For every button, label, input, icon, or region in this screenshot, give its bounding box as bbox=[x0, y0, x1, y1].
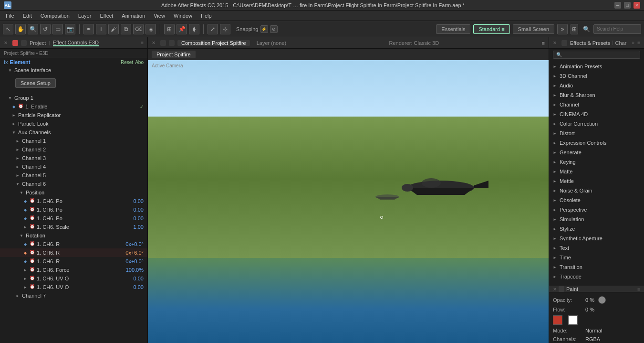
distort-category[interactable]: ► Distort bbox=[549, 129, 644, 138]
effects-search-input[interactable] bbox=[562, 52, 637, 57]
channel1-item[interactable]: ►Channel 1 bbox=[0, 137, 147, 145]
ch6-scale-item[interactable]: ► ⏰ 1. CH6. Scale 1.00 bbox=[0, 223, 147, 231]
camera-tool[interactable]: 📷 bbox=[65, 24, 75, 34]
keying-category[interactable]: ► Keying bbox=[549, 157, 644, 167]
synthetic-aperture-category[interactable]: ► Synthetic Aperture bbox=[549, 234, 644, 243]
shape-tool[interactable]: ▭ bbox=[52, 24, 63, 34]
scene-setup-btn[interactable]: Scene Setup bbox=[15, 78, 56, 88]
opacity-slider[interactable] bbox=[598, 296, 606, 304]
small-screen-workspace[interactable]: Small Screen bbox=[513, 24, 554, 34]
menu-composition[interactable]: Composition bbox=[37, 12, 73, 20]
simulation-category[interactable]: ► Simulation bbox=[549, 214, 644, 224]
ch6-pos1-item[interactable]: ◆ ⏰ 1. CH6. Po 0.00 bbox=[0, 197, 147, 205]
effects-close-btn[interactable]: ✕ bbox=[553, 40, 557, 45]
particle-look-item[interactable]: ► Particle Look bbox=[0, 119, 147, 128]
paint-panel-menu[interactable]: ≡ bbox=[637, 287, 640, 292]
blur-sharpen-category[interactable]: ► Blur & Sharpen bbox=[549, 90, 644, 100]
zoom-tool[interactable]: 🔍 bbox=[28, 24, 38, 34]
effect-controls-tab[interactable]: Effect Controls E3D bbox=[53, 40, 99, 46]
menu-edit[interactable]: Edit bbox=[19, 12, 36, 20]
menu-layer[interactable]: Layer bbox=[74, 12, 95, 20]
color-correction-category[interactable]: ► Color Correction bbox=[549, 119, 644, 129]
essentials-workspace[interactable]: Essentials bbox=[436, 24, 470, 34]
workspace-search[interactable]: ⊞ bbox=[571, 24, 578, 34]
help-search-input[interactable] bbox=[593, 24, 641, 34]
time-category[interactable]: ► Time bbox=[549, 253, 644, 262]
expression-controls-category[interactable]: ► Expression Controls bbox=[549, 138, 644, 148]
effects-presets-tab[interactable]: Effects & Presets bbox=[570, 40, 610, 46]
puppet-tool[interactable]: ◈ bbox=[145, 24, 156, 34]
panel-close-btn[interactable]: ✕ bbox=[4, 40, 8, 45]
effects-panel-menu[interactable]: ≡ bbox=[637, 40, 640, 45]
channel4-item[interactable]: ►Channel 4 bbox=[0, 162, 147, 171]
noise-grain-category[interactable]: ► Noise & Grain bbox=[549, 186, 644, 195]
ch6-rot1-item[interactable]: ◆ ⏰ 1. CH6. R 0x+0.0° bbox=[0, 240, 147, 248]
reset-btn[interactable]: Reset bbox=[121, 60, 133, 65]
menu-view[interactable]: View bbox=[150, 12, 169, 20]
text-category[interactable]: ► Text bbox=[549, 243, 644, 253]
ch6-pos2-item[interactable]: ◆ ⏰ 1. CH6. Po 0.00 bbox=[0, 205, 147, 214]
about-btn[interactable]: Abo bbox=[135, 60, 144, 65]
eraser-tool[interactable]: ⌫ bbox=[133, 24, 144, 34]
audio-category[interactable]: ► Audio bbox=[549, 81, 644, 90]
rotate-tool[interactable]: ↺ bbox=[40, 24, 51, 34]
effects-expand-btn[interactable]: » bbox=[632, 40, 635, 45]
stylize-category[interactable]: ► Stylize bbox=[549, 224, 644, 234]
menu-file[interactable]: File bbox=[2, 12, 18, 20]
ch6-pos3-item[interactable]: ◆ ⏰ 1. CH6. Po 0.00 bbox=[0, 214, 147, 223]
maximize-button[interactable]: □ bbox=[624, 2, 631, 9]
channel6-item[interactable]: ▼Channel 6 bbox=[0, 180, 147, 188]
pen-tool[interactable]: ✒ bbox=[83, 24, 94, 34]
window-controls[interactable]: ─ □ ✕ bbox=[614, 2, 640, 9]
generate-category[interactable]: ► Generate bbox=[549, 148, 644, 157]
aux-channels-item[interactable]: ▼ Aux Channels bbox=[0, 128, 147, 137]
ch6-rot3-item[interactable]: ◆ ⏰ 1. CH6. R 0x+0.0° bbox=[0, 257, 147, 266]
composition-tab[interactable]: Composition Project Spitfire bbox=[177, 40, 250, 46]
snapping-options[interactable]: ⊙ bbox=[270, 25, 278, 33]
background-color-swatch[interactable] bbox=[568, 315, 578, 325]
text-tool[interactable]: T bbox=[96, 24, 106, 34]
menu-effect[interactable]: Effect bbox=[96, 12, 117, 20]
select-tool[interactable]: ↖ bbox=[3, 24, 13, 34]
trapcode-category[interactable]: ► Trapcode bbox=[549, 272, 644, 281]
paint-close-btn[interactable]: ✕ bbox=[553, 287, 557, 292]
comp-panel-menu[interactable]: ≡ bbox=[542, 40, 545, 46]
standard-workspace[interactable]: Standard ≡ bbox=[473, 24, 509, 34]
project-spitfire-tab[interactable]: Project Spitfire bbox=[152, 51, 196, 58]
mettle-category[interactable]: ► Mettle bbox=[549, 176, 644, 186]
cinema4d-category[interactable]: ► CINEMA 4D bbox=[549, 109, 644, 119]
position-item[interactable]: ▼Position bbox=[0, 188, 147, 197]
transform-tool[interactable]: ⤢ bbox=[208, 24, 218, 34]
perspective-category[interactable]: ► Perspective bbox=[549, 205, 644, 214]
close-button[interactable]: ✕ bbox=[634, 2, 640, 9]
workspace-options[interactable]: » bbox=[557, 24, 568, 34]
channel2-item[interactable]: ►Channel 2 bbox=[0, 145, 147, 154]
3d-channel-category[interactable]: ► 3D Channel bbox=[549, 71, 644, 81]
distort-tool[interactable]: ⧫ bbox=[189, 24, 199, 34]
ch6-force-item[interactable]: ► ⏰ 1. CH6. Force 100.0% bbox=[0, 266, 147, 274]
ch6-uvo2-item[interactable]: ► ⏰ 1. CH6. UV O 0.00 bbox=[0, 283, 147, 291]
pin-tool[interactable]: 📌 bbox=[177, 24, 187, 34]
scene-interface-item[interactable]: ▼ Scene Interface bbox=[0, 66, 147, 75]
ch6-uvo1-item[interactable]: ► ⏰ 1. CH6. UV O 0.00 bbox=[0, 274, 147, 283]
clone-tool[interactable]: ⧉ bbox=[121, 24, 131, 34]
left-panel-menu[interactable]: ≡ bbox=[141, 40, 144, 45]
channel7-item[interactable]: ►Channel 7 bbox=[0, 291, 147, 300]
transition-category[interactable]: ► Transition bbox=[549, 262, 644, 272]
group1-item[interactable]: ▼ Group 1 bbox=[0, 94, 147, 102]
channel-category[interactable]: ► Channel bbox=[549, 100, 644, 109]
menu-help[interactable]: Help bbox=[197, 12, 216, 20]
channel3-item[interactable]: ►Channel 3 bbox=[0, 154, 147, 162]
particle-replicator-item[interactable]: ► Particle Replicator bbox=[0, 111, 147, 119]
enable-item[interactable]: ◆ ⏰ 1. Enable ✓ bbox=[0, 102, 147, 111]
motion-path-tool[interactable]: ⊹ bbox=[220, 24, 230, 34]
hand-tool[interactable]: ✋ bbox=[15, 24, 26, 34]
ch6-rot2-item[interactable]: ◆ ⏰ 1. CH6. R 0x+6.0° bbox=[0, 248, 147, 257]
rotation-item[interactable]: ▼Rotation bbox=[0, 231, 147, 240]
minimize-button[interactable]: ─ bbox=[614, 2, 621, 9]
menu-window[interactable]: Window bbox=[170, 12, 196, 20]
brush-tool[interactable]: 🖌 bbox=[108, 24, 119, 34]
comp-close-btn[interactable]: ✕ bbox=[152, 40, 156, 45]
matte-category[interactable]: ► Matte bbox=[549, 167, 644, 176]
channel5-item[interactable]: ►Channel 5 bbox=[0, 171, 147, 180]
